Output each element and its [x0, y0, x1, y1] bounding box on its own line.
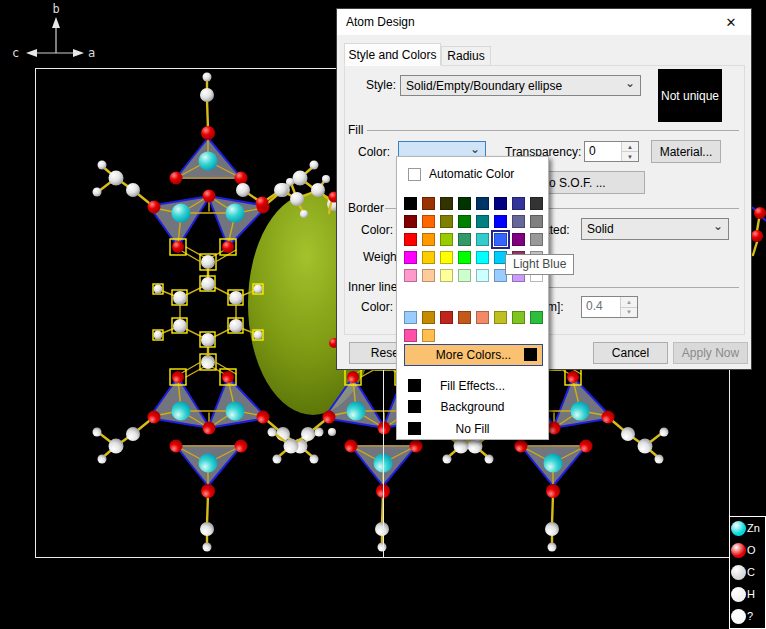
- more-colors-item[interactable]: More Colors...: [404, 344, 543, 366]
- chevron-down-icon: ⌄: [713, 223, 723, 229]
- color-swatch[interactable]: [404, 215, 417, 228]
- border-color-label: Color:: [361, 223, 393, 237]
- color-swatch[interactable]: [458, 215, 471, 228]
- color-dropdown-popup: Automatic Color More Colors... Fill Effe…: [396, 156, 549, 440]
- cancel-button[interactable]: Cancel: [593, 342, 668, 364]
- palette-custom-grid: [404, 311, 543, 342]
- color-swatch[interactable]: [530, 197, 543, 210]
- background-item[interactable]: Background: [397, 396, 548, 417]
- close-icon[interactable]: ✕: [711, 9, 751, 35]
- color-swatch[interactable]: [422, 251, 435, 264]
- inner-line-group-label: Inner line: [348, 280, 397, 294]
- fill-effects-item[interactable]: Fill Effects...: [397, 375, 548, 396]
- inner-mm-label: m]:: [547, 300, 564, 314]
- legend-item: O: [730, 539, 765, 561]
- inner-weight-spinner[interactable]: 0.4 ▲ ▼: [581, 296, 638, 318]
- custom-color-swatch[interactable]: [512, 311, 525, 324]
- color-swatch[interactable]: [530, 215, 543, 228]
- color-swatch[interactable]: [404, 269, 417, 282]
- color-swatch[interactable]: [476, 233, 489, 246]
- color-swatch[interactable]: [458, 251, 471, 264]
- color-swatch[interactable]: [422, 215, 435, 228]
- color-swatch[interactable]: [512, 215, 525, 228]
- border-group-label: Border: [348, 201, 384, 215]
- legend-item: Zn: [730, 517, 765, 539]
- automatic-color-row[interactable]: Automatic Color: [408, 167, 514, 181]
- legend-label: Zn: [747, 522, 760, 534]
- custom-color-swatch[interactable]: [422, 311, 435, 324]
- color-swatch[interactable]: [440, 215, 453, 228]
- color-swatch[interactable]: [404, 197, 417, 210]
- atom-sphere-icon: [731, 543, 746, 558]
- color-swatch[interactable]: [404, 251, 417, 264]
- atom-sphere-icon: [731, 587, 746, 602]
- custom-color-swatch[interactable]: [476, 311, 489, 324]
- color-swatch[interactable]: [458, 269, 471, 282]
- color-swatch[interactable]: [476, 215, 489, 228]
- spin-down-icon[interactable]: ▼: [622, 151, 638, 161]
- axis-c-label: c: [12, 46, 19, 60]
- custom-color-swatch[interactable]: [494, 311, 507, 324]
- custom-color-swatch[interactable]: [404, 311, 417, 324]
- automatic-color-label: Automatic Color: [429, 167, 514, 181]
- fill-color-label: Color:: [358, 145, 390, 159]
- fill-group-label: Fill: [348, 123, 363, 137]
- legend-label: ?: [747, 610, 753, 622]
- transparency-spinner[interactable]: 0 ▲ ▼: [584, 141, 639, 162]
- legend-item: H: [730, 583, 765, 605]
- tab-radius[interactable]: Radius: [441, 46, 491, 66]
- legend-item: C: [730, 561, 765, 583]
- dialog-title: Atom Design: [337, 9, 751, 35]
- chevron-down-icon: ⌄: [625, 80, 635, 86]
- atom-sphere-icon: [731, 609, 746, 624]
- legend-label: H: [747, 588, 755, 600]
- color-swatch[interactable]: [422, 233, 435, 246]
- color-swatch[interactable]: [476, 251, 489, 264]
- fill-group-line: [367, 130, 739, 131]
- color-swatch[interactable]: [512, 233, 525, 246]
- legend-label: C: [747, 566, 755, 578]
- color-swatch[interactable]: [476, 269, 489, 282]
- color-swatch[interactable]: [458, 197, 471, 210]
- custom-color-swatch[interactable]: [458, 311, 471, 324]
- axis-b-label: b: [52, 2, 59, 16]
- apply-now-button[interactable]: Apply Now: [673, 342, 748, 364]
- color-swatch[interactable]: [422, 269, 435, 282]
- tab-style-and-colors[interactable]: Style and Colors: [344, 43, 441, 66]
- axis-a-label: a: [88, 46, 95, 60]
- background-swatch-icon: [408, 400, 421, 413]
- custom-color-swatch[interactable]: [422, 329, 435, 342]
- color-swatch[interactable]: [494, 197, 507, 210]
- color-swatch[interactable]: [440, 251, 453, 264]
- material-button[interactable]: Material...: [651, 140, 721, 163]
- automatic-color-checkbox[interactable]: [408, 168, 421, 181]
- color-swatch[interactable]: [440, 197, 453, 210]
- no-fill-swatch-icon: [408, 422, 421, 435]
- color-swatch[interactable]: [494, 233, 507, 246]
- color-swatch[interactable]: [440, 233, 453, 246]
- dotted-combobox[interactable]: Solid ⌄: [581, 218, 729, 240]
- spin-down-icon[interactable]: ▼: [621, 307, 637, 318]
- color-swatch[interactable]: [440, 269, 453, 282]
- color-swatch[interactable]: [530, 233, 543, 246]
- custom-color-swatch[interactable]: [404, 329, 417, 342]
- legend-label: O: [747, 544, 756, 556]
- custom-color-swatch[interactable]: [440, 311, 453, 324]
- legend-item: ?: [730, 605, 765, 627]
- current-color-swatch-icon: [524, 348, 537, 361]
- no-fill-item[interactable]: No Fill: [397, 418, 548, 439]
- color-swatch[interactable]: [494, 215, 507, 228]
- spin-up-icon[interactable]: ▲: [621, 297, 637, 307]
- color-tooltip: Light Blue: [505, 254, 574, 275]
- color-swatch[interactable]: [512, 197, 525, 210]
- atom-legend: ZnOCH?: [729, 516, 766, 629]
- atom-sphere-icon: [731, 565, 746, 580]
- ring-linker: [153, 276, 263, 357]
- color-swatch[interactable]: [422, 197, 435, 210]
- color-swatch[interactable]: [458, 233, 471, 246]
- color-swatch[interactable]: [404, 233, 417, 246]
- custom-color-swatch[interactable]: [530, 311, 543, 324]
- color-swatch[interactable]: [476, 197, 489, 210]
- spin-up-icon[interactable]: ▲: [622, 142, 638, 151]
- style-combobox[interactable]: Solid/Empty/Boundary ellipse ⌄: [400, 75, 641, 96]
